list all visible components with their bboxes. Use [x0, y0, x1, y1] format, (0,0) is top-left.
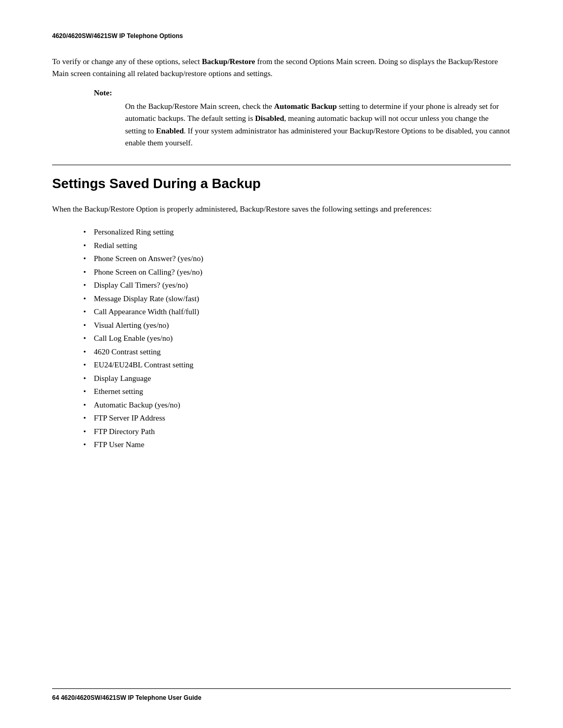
note-content: On the Backup/Restore Main screen, check…	[125, 101, 511, 149]
header-text: 4620/4620SW/4621SW IP Telephone Options	[52, 32, 183, 40]
list-item: Redial setting	[83, 239, 511, 253]
section-intro: When the Backup/Restore Option is proper…	[52, 203, 511, 215]
footer-text: 64 4620/4620SW/4621SW IP Telephone User …	[52, 694, 201, 701]
list-item: Display Call Timers? (yes/no)	[83, 279, 511, 292]
list-item: FTP Server IP Address	[83, 412, 511, 425]
list-item: Ethernet setting	[83, 385, 511, 399]
list-item: Call Log Enable (yes/no)	[83, 332, 511, 346]
list-item: EU24/EU24BL Contrast setting	[83, 359, 511, 372]
list-item: Phone Screen on Answer? (yes/no)	[83, 252, 511, 266]
list-item: 4620 Contrast setting	[83, 346, 511, 359]
note-label: Note:	[94, 89, 511, 97]
section-heading: Settings Saved During a Backup	[52, 176, 511, 192]
list-item: FTP Directory Path	[83, 425, 511, 439]
list-item: Message Display Rate (slow/fast)	[83, 292, 511, 306]
page-footer: 64 4620/4620SW/4621SW IP Telephone User …	[52, 688, 511, 702]
list-item: Visual Alerting (yes/no)	[83, 319, 511, 332]
list-item: Call Appearance Width (half/full)	[83, 305, 511, 319]
list-item: Display Language	[83, 372, 511, 386]
section-divider	[52, 165, 511, 165]
note-section: Note: On the Backup/Restore Main screen,…	[94, 89, 511, 149]
page-header: 4620/4620SW/4621SW IP Telephone Options	[52, 31, 511, 40]
list-item: Automatic Backup (yes/no)	[83, 399, 511, 412]
list-item: Phone Screen on Calling? (yes/no)	[83, 266, 511, 279]
list-item: FTP User Name	[83, 438, 511, 452]
list-item: Personalized Ring setting	[83, 226, 511, 239]
page: 4620/4620SW/4621SW IP Telephone Options …	[0, 0, 563, 728]
intro-paragraph: To verify or change any of these options…	[52, 56, 511, 79]
settings-list: Personalized Ring settingRedial settingP…	[83, 226, 511, 452]
